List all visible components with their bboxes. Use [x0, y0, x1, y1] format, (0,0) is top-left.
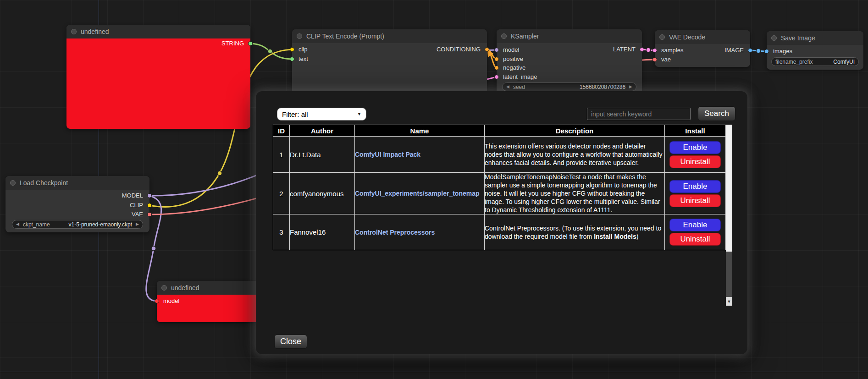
- enable-button[interactable]: Enable: [669, 180, 721, 193]
- output-slot-conditioning: CONDITIONING: [437, 45, 481, 54]
- input-slot-negative: negative: [503, 63, 525, 72]
- collapse-dot[interactable]: [161, 285, 167, 291]
- input-port-negative[interactable]: [494, 66, 499, 70]
- link-midpoint-dot: [268, 49, 272, 54]
- output-port-vae[interactable]: [147, 212, 152, 217]
- node-titlebar[interactable]: Save Image: [767, 31, 863, 45]
- next-arrow-icon[interactable]: ▶: [136, 220, 139, 229]
- collapse-dot[interactable]: [71, 29, 77, 34]
- collapse-dot[interactable]: [501, 33, 507, 39]
- input-port-model[interactable]: [494, 48, 499, 52]
- uninstall-button[interactable]: Uninstall: [669, 155, 721, 168]
- search-button[interactable]: Search: [698, 106, 735, 121]
- output-port-image[interactable]: [748, 48, 752, 53]
- filename-prefix-widget[interactable]: filename_prefix ComfyUI: [771, 57, 859, 66]
- input-port-positive[interactable]: [494, 57, 499, 61]
- node-vae-decode[interactable]: VAE Decode samples vae IMAGE: [655, 30, 750, 67]
- input-slot-text: text: [299, 55, 308, 64]
- extension-author: Dr.Lt.Data: [290, 137, 355, 173]
- input-port-text[interactable]: [290, 57, 294, 61]
- ckpt-name-label: ckpt_name: [23, 221, 50, 228]
- install-cell: Enable Uninstall: [665, 173, 726, 214]
- input-port-vae[interactable]: [652, 57, 657, 62]
- close-button[interactable]: Close: [274, 335, 307, 349]
- scrollbar-thumb[interactable]: [726, 125, 732, 252]
- collapse-dot[interactable]: [297, 33, 302, 39]
- table-header-row: ID Author Name Description Install: [273, 125, 726, 137]
- input-slot-positive: positive: [503, 55, 523, 64]
- node-undefined-top[interactable]: undefined STRING: [66, 25, 250, 129]
- uninstall-button[interactable]: Uninstall: [669, 194, 721, 207]
- table-scrollbar[interactable]: ▼: [726, 125, 732, 306]
- node-titlebar[interactable]: CLIP Text Encode (Prompt): [292, 29, 487, 43]
- extension-link[interactable]: ControlNet Preprocessors: [355, 229, 435, 236]
- node-titlebar[interactable]: VAE Decode: [655, 30, 750, 44]
- table-row: 1 Dr.Lt.Data ComfyUI Impact Pack This ex…: [273, 137, 726, 173]
- input-slot-latent-image: latent_image: [503, 72, 537, 82]
- output-slot-clip: CLIP: [130, 201, 143, 210]
- link-midpoint-dot: [756, 49, 761, 53]
- output-port-string[interactable]: [248, 41, 253, 46]
- output-slot-image: IMAGE: [724, 46, 744, 55]
- filter-select[interactable]: Filter: all: [277, 108, 366, 121]
- filename-prefix-label: filename_prefix: [775, 59, 813, 65]
- node-titlebar[interactable]: Load Checkpoint: [6, 176, 149, 190]
- seed-widget-value: 156680208700286: [580, 84, 625, 90]
- link-midpoint-dot: [646, 48, 651, 52]
- uninstall-button[interactable]: Uninstall: [669, 233, 721, 246]
- extension-link[interactable]: ComfyUI_experiments/sampler_tonemap: [355, 190, 480, 197]
- header-description: Description: [485, 125, 665, 137]
- node-save-image[interactable]: Save Image images filename_prefix ComfyU…: [767, 31, 863, 70]
- output-port-conditioning[interactable]: [485, 47, 489, 52]
- decrement-arrow-icon[interactable]: ◀: [506, 82, 509, 91]
- node-titlebar[interactable]: undefined: [66, 25, 250, 38]
- input-port-clip[interactable]: [290, 47, 294, 52]
- seed-widget-label: seed: [513, 84, 525, 90]
- scrollbar-down-button[interactable]: ▼: [726, 297, 732, 306]
- collapse-dot[interactable]: [10, 180, 16, 186]
- chevron-down-icon: ▼: [727, 299, 731, 304]
- node-title-text: VAE Decode: [669, 33, 705, 41]
- header-author: Author: [290, 125, 355, 137]
- output-slot-string: STRING: [221, 39, 244, 48]
- input-slot-model: model: [163, 297, 179, 306]
- link-midpoint-dot: [217, 171, 222, 176]
- output-slot-latent: LATENT: [613, 45, 636, 54]
- collapse-dot[interactable]: [771, 35, 777, 41]
- extension-id: 1: [273, 137, 290, 173]
- input-port-images[interactable]: [764, 49, 769, 54]
- enable-button[interactable]: Enable: [669, 141, 721, 154]
- extension-name-cell: ComfyUI_experiments/sampler_tonemap: [355, 173, 485, 214]
- table-row: 3 Fannovel16 ControlNet Preprocessors Co…: [273, 214, 726, 250]
- node-title-text: undefined: [81, 28, 109, 35]
- prev-arrow-icon[interactable]: ◀: [16, 220, 19, 229]
- header-id: ID: [273, 125, 290, 137]
- seed-widget[interactable]: ◀ seed 156680208700286 ▶: [502, 82, 636, 91]
- extension-link[interactable]: ComfyUI Impact Pack: [355, 151, 420, 158]
- output-port-latent[interactable]: [640, 47, 644, 52]
- input-slot-clip: clip: [299, 45, 308, 54]
- link-midpoint-dot: [151, 246, 156, 251]
- node-undefined-bottom[interactable]: undefined model: [157, 281, 259, 322]
- collapse-dot[interactable]: [659, 34, 665, 40]
- ckpt-name-widget[interactable]: ◀ ckpt_name v1-5-pruned-emaonly.ckpt ▶: [12, 220, 143, 229]
- node-titlebar[interactable]: undefined: [157, 281, 259, 295]
- input-slot-model: model: [503, 45, 519, 55]
- manager-extension-dialog: Filter: all ▼ Search ID Author Name Desc…: [256, 91, 747, 354]
- input-port-latent-image[interactable]: [494, 75, 499, 79]
- output-port-clip[interactable]: [147, 203, 152, 208]
- node-title-text: CLIP Text Encode (Prompt): [306, 33, 384, 40]
- input-slot-images: images: [773, 47, 792, 56]
- input-port-model[interactable]: [155, 299, 159, 303]
- extension-description: ModelSamplerTonemapNoiseTest a node that…: [485, 173, 665, 214]
- increment-arrow-icon[interactable]: ▶: [629, 82, 632, 91]
- extension-author: comfyanonymous: [290, 173, 355, 214]
- output-port-model[interactable]: [147, 193, 152, 198]
- search-input[interactable]: [587, 108, 691, 120]
- header-install: Install: [665, 125, 726, 137]
- enable-button[interactable]: Enable: [669, 219, 721, 231]
- node-titlebar[interactable]: KSampler: [497, 29, 642, 43]
- extension-table: ID Author Name Description Install 1 Dr.…: [273, 125, 726, 250]
- input-port-samples[interactable]: [652, 48, 657, 53]
- node-load-checkpoint[interactable]: Load Checkpoint MODEL CLIP VAE ◀ ckpt_na…: [6, 176, 149, 232]
